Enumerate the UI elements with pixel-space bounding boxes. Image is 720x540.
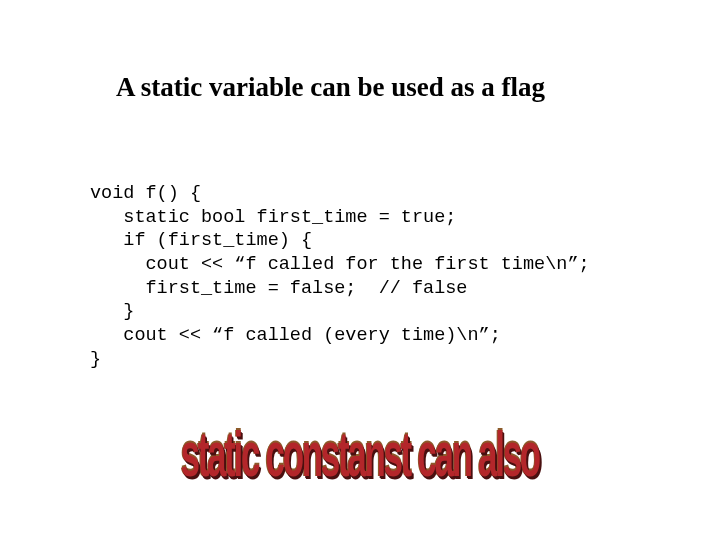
code-line: cout << “f called for the first time\n”; — [90, 254, 590, 275]
slide-title: A static variable can be used as a flag — [116, 72, 545, 103]
code-line: void f() { — [90, 183, 201, 204]
code-line: } — [90, 349, 101, 370]
code-line: if (first_time) { — [90, 230, 312, 251]
code-line: } — [90, 301, 134, 322]
code-line: static bool first_time = true; — [90, 207, 456, 228]
code-line: first_time = false; // false — [90, 278, 467, 299]
code-block: void f() { static bool first_time = true… — [90, 182, 590, 371]
wordart-text: static constanst can also — [181, 420, 539, 491]
code-line: cout << “f called (every time)\n”; — [90, 325, 501, 346]
wordart-container: static constanst can also — [170, 400, 550, 510]
